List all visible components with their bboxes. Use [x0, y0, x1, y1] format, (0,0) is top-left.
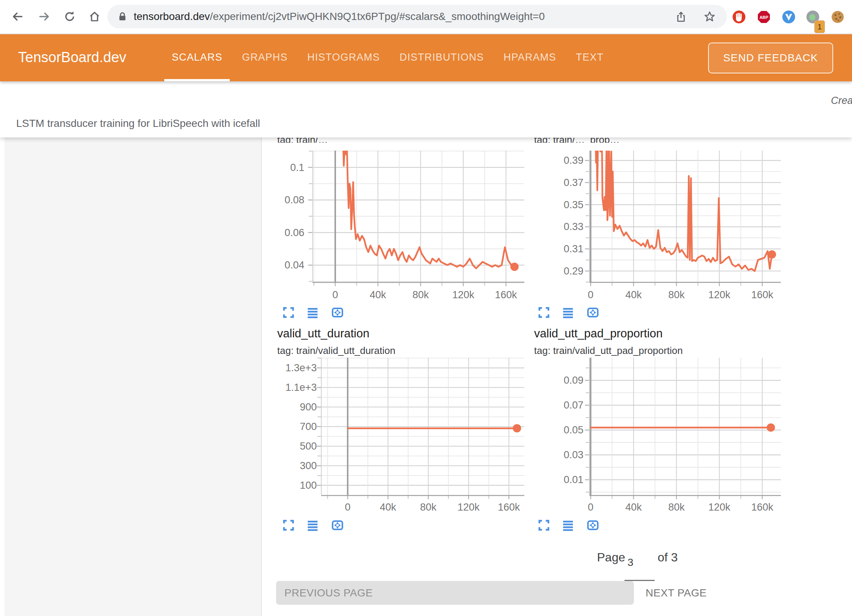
- tab-histograms[interactable]: HISTOGRAMS: [298, 34, 390, 81]
- fullscreen-icon[interactable]: [537, 519, 550, 532]
- data-table-icon[interactable]: [562, 306, 574, 319]
- created-text-fragment: Crea: [831, 95, 852, 107]
- tab-text[interactable]: TEXT: [566, 34, 614, 81]
- y-tick-label: 1.1e+3: [264, 382, 317, 393]
- y-tick-label: 0.05: [531, 424, 583, 436]
- extension-count-badge: 1: [814, 20, 825, 33]
- series-line: [594, 151, 772, 271]
- x-tick-label: 40k: [365, 502, 411, 513]
- y-tick-label: 0.03: [531, 449, 583, 461]
- bookmark-star-icon[interactable]: [704, 11, 716, 23]
- y-tick-label: 0.09: [531, 375, 583, 386]
- adblock-hand-extension-icon[interactable]: [732, 10, 746, 24]
- fullscreen-icon[interactable]: [282, 519, 295, 532]
- x-tick-label: 160k: [486, 502, 531, 513]
- line-chart-valid_utt_duration[interactable]: [315, 358, 524, 502]
- y-tick-label: 1.3e+3: [264, 362, 317, 374]
- y-tick-label: 0.07: [531, 399, 583, 411]
- y-tick-label: 900: [264, 401, 317, 413]
- y-tick-label: 0.39: [531, 155, 583, 166]
- x-tick-label: 80k: [398, 289, 443, 301]
- x-tick-label: 0: [325, 502, 370, 513]
- fullscreen-icon[interactable]: [282, 306, 295, 319]
- experiment-info-bar: LSTM transducer training for LibriSpeech…: [0, 81, 852, 137]
- settings-sidebar: [0, 137, 262, 616]
- x-tick-label: 160k: [483, 289, 528, 301]
- page-label: Page: [597, 550, 625, 564]
- x-tick-label: 40k: [611, 289, 656, 301]
- x-tick-label: 120k: [697, 289, 742, 301]
- send-feedback-button[interactable]: SEND FEEDBACK: [708, 43, 833, 73]
- line-chart-valid_utt_pad_proportion[interactable]: [583, 358, 781, 502]
- series-end-dot: [510, 263, 519, 271]
- fit-domain-icon[interactable]: [331, 519, 344, 532]
- x-tick-label: 80k: [654, 289, 699, 301]
- cookie-extension-icon[interactable]: [831, 10, 844, 24]
- clipped-chart-tag: tag: train/…: [277, 138, 439, 143]
- page-number-input[interactable]: 3: [628, 557, 654, 569]
- tab-graphs[interactable]: GRAPHS: [232, 34, 297, 81]
- page-of-label: of 3: [658, 550, 678, 564]
- x-tick-label: 120k: [446, 502, 491, 513]
- chart-tag-valid-utt-pad-proportion: tag: train/valid_utt_pad_proportion: [534, 345, 683, 357]
- app-header: TensorBoard.dev SCALARS GRAPHS HISTOGRAM…: [0, 34, 852, 81]
- x-tick-label: 40k: [355, 289, 400, 301]
- tab-hparams[interactable]: HPARAMS: [494, 34, 566, 81]
- fit-domain-icon[interactable]: [586, 306, 599, 319]
- y-tick-label: 0.31: [531, 243, 583, 255]
- browser-toolbar: tensorboard.dev/experiment/cj2vtPiwQHKN9…: [0, 0, 852, 34]
- fit-domain-icon[interactable]: [331, 306, 344, 319]
- clipped-chart-tag: tag: train/…_prop…: [534, 138, 696, 143]
- y-tick-label: 0.37: [531, 177, 583, 189]
- x-tick-label: 160k: [740, 502, 785, 513]
- x-tick-label: 120k: [441, 289, 486, 301]
- experiment-title: LSTM transducer training for LibriSpeech…: [16, 117, 260, 130]
- forward-icon[interactable]: [38, 10, 50, 23]
- line-chart-train-metric-right-clipped[interactable]: [583, 151, 781, 288]
- x-tick-label: 80k: [406, 502, 451, 513]
- back-icon[interactable]: [11, 10, 24, 23]
- x-tick-label: 0: [313, 289, 358, 301]
- line-chart-train-metric-left-clipped[interactable]: [307, 151, 524, 288]
- reload-icon[interactable]: [63, 10, 76, 23]
- abp-extension-icon[interactable]: ABP: [757, 10, 771, 24]
- x-tick-label: 80k: [654, 502, 699, 513]
- tab-bar: SCALARS GRAPHS HISTOGRAMS DISTRIBUTIONS …: [162, 34, 614, 81]
- y-tick-label: 0.33: [531, 221, 583, 233]
- y-tick-label: 100: [264, 480, 317, 491]
- tab-distributions[interactable]: DISTRIBUTIONS: [390, 34, 494, 81]
- home-icon[interactable]: [88, 10, 101, 23]
- series-end-dot: [768, 250, 776, 259]
- url-text: tensorboard.dev/experiment/cj2vtPiwQHKN9…: [134, 11, 545, 23]
- y-tick-label: 700: [264, 421, 317, 433]
- y-tick-label: 300: [264, 460, 317, 472]
- fullscreen-icon[interactable]: [537, 306, 550, 319]
- chart-title-valid-utt-duration: valid_utt_duration: [277, 327, 370, 340]
- fit-domain-icon[interactable]: [586, 519, 599, 532]
- lock-icon: [117, 11, 128, 22]
- y-tick-label: 0.01: [531, 474, 583, 486]
- y-tick-label: 500: [264, 441, 317, 452]
- series-end-dot: [513, 424, 521, 432]
- x-tick-label: 160k: [740, 289, 785, 301]
- y-tick-label: 0.35: [531, 199, 583, 211]
- y-tick-label: 0.29: [531, 265, 583, 277]
- share-icon[interactable]: [675, 11, 687, 23]
- next-page-button[interactable]: NEXT PAGE: [646, 581, 707, 605]
- previous-page-button[interactable]: PREVIOUS PAGE: [276, 581, 634, 605]
- series-line: [339, 151, 515, 268]
- tab-scalars[interactable]: SCALARS: [162, 34, 232, 81]
- v-extension-icon[interactable]: [782, 10, 796, 24]
- data-table-icon[interactable]: [306, 519, 319, 532]
- chart-tag-valid-utt-duration: tag: train/valid_utt_duration: [277, 345, 395, 357]
- url-bar[interactable]: tensorboard.dev/experiment/cj2vtPiwQHKN9…: [107, 5, 727, 28]
- x-tick-label: 0: [568, 289, 613, 301]
- data-table-icon[interactable]: [562, 519, 574, 532]
- x-tick-label: 120k: [697, 502, 742, 513]
- tensorboard-logo[interactable]: TensorBoard.dev: [18, 34, 126, 81]
- left-edge-strip: [0, 137, 5, 616]
- x-tick-label: 40k: [611, 502, 656, 513]
- data-table-icon[interactable]: [306, 306, 319, 319]
- series-end-dot: [767, 424, 775, 432]
- tensorboard-page: tensorboard.dev/experiment/cj2vtPiwQHKN9…: [0, 0, 852, 616]
